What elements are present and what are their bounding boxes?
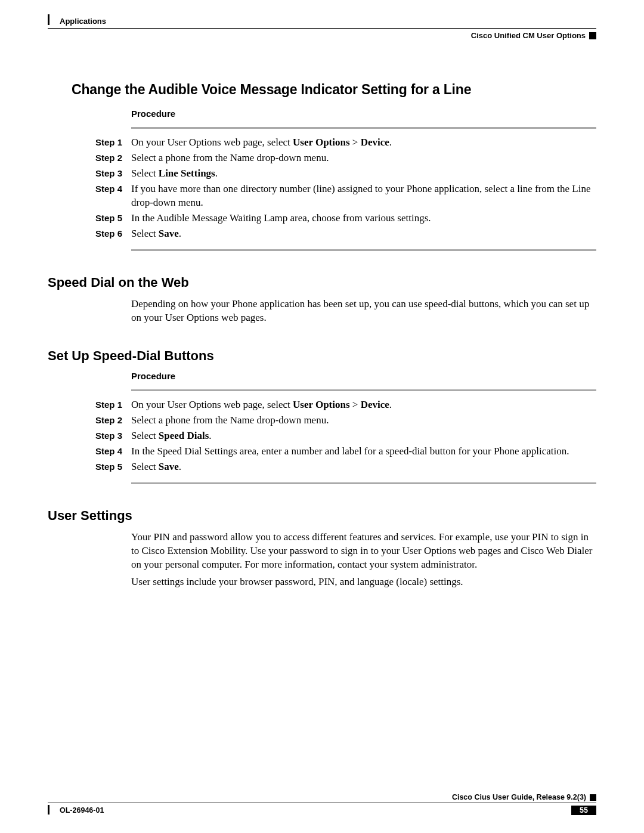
body-paragraph: User settings include your browser passw… xyxy=(131,575,596,589)
step-text-frag: Select xyxy=(131,461,159,472)
step-label: Step 4 xyxy=(95,445,131,457)
step-text-frag: Select xyxy=(131,168,159,179)
step-text: On your User Options web page, select Us… xyxy=(131,398,596,412)
step-text: Select Save. xyxy=(131,460,596,474)
step-row: Step 3 Select Speed Dials. xyxy=(95,429,596,443)
header-chapter: Applications xyxy=(48,17,106,26)
header-section: Cisco Unified CM User Options xyxy=(471,31,586,40)
step-text-frag: . xyxy=(179,228,181,239)
footer-row: OL-26946-01 55 xyxy=(48,806,596,815)
step-text-bold: Device xyxy=(361,399,389,410)
header-marker-icon xyxy=(589,32,596,39)
step-text-frag: > xyxy=(350,137,361,148)
page-header: Applications xyxy=(48,17,596,26)
step-text: Select a phone from the Name drop-down m… xyxy=(131,414,596,428)
page-content: Change the Audible Voice Message Indicat… xyxy=(48,82,596,589)
step-row: Step 5 Select Save. xyxy=(95,460,596,474)
step-row: Step 2 Select a phone from the Name drop… xyxy=(95,414,596,428)
page-footer: Cisco Cius User Guide, Release 9.2(3) OL… xyxy=(48,793,596,815)
step-label: Step 5 xyxy=(95,212,131,224)
step-text-frag: Select xyxy=(131,430,159,441)
step-label: Step 6 xyxy=(95,227,131,240)
step-text-frag: . xyxy=(389,137,392,148)
section-title-user-settings: User Settings xyxy=(48,508,596,524)
procedure-rule-top xyxy=(131,127,596,129)
step-row: Step 3 Select Line Settings. xyxy=(95,167,596,181)
footer-rule xyxy=(48,803,596,803)
step-text: On your User Options web page, select Us… xyxy=(131,136,596,150)
footer-guide-title: Cisco Cius User Guide, Release 9.2(3) xyxy=(452,793,586,801)
step-row: Step 4 In the Speed Dial Settings area, … xyxy=(95,445,596,459)
step-text-frag: . xyxy=(179,461,181,472)
step-row: Step 1 On your User Options web page, se… xyxy=(95,136,596,150)
procedure-label: Procedure xyxy=(131,371,596,381)
footer-doc-id: OL-26946-01 xyxy=(48,806,104,815)
step-label: Step 1 xyxy=(95,398,131,411)
step-row: Step 1 On your User Options web page, se… xyxy=(95,398,596,412)
step-text-frag: On your User Options web page, select xyxy=(131,137,293,148)
step-label: Step 5 xyxy=(95,460,131,473)
procedure-steps-1: Step 1 On your User Options web page, se… xyxy=(95,136,596,241)
procedure-steps-2: Step 1 On your User Options web page, se… xyxy=(95,398,596,474)
procedure-rule-top xyxy=(131,389,596,391)
step-label: Step 2 xyxy=(95,151,131,164)
step-label: Step 2 xyxy=(95,414,131,426)
section-title-speed-dial-web: Speed Dial on the Web xyxy=(48,275,596,290)
step-text: Select Save. xyxy=(131,227,596,241)
step-text: Select a phone from the Name drop-down m… xyxy=(131,151,596,165)
procedure-label: Procedure xyxy=(131,109,596,119)
step-label: Step 4 xyxy=(95,182,131,195)
step-text-frag: Select xyxy=(131,228,159,239)
step-row: Step 4 If you have more than one directo… xyxy=(95,182,596,210)
step-text-bold: Save xyxy=(159,228,179,239)
step-row: Step 6 Select Save. xyxy=(95,227,596,241)
step-text-bold: User Options xyxy=(293,137,350,148)
header-right-wrap: Cisco Unified CM User Options xyxy=(48,31,596,40)
step-text-bold: User Options xyxy=(293,399,350,410)
header-rule xyxy=(48,28,596,29)
step-text-bold: Line Settings xyxy=(159,168,215,179)
step-text: Select Line Settings. xyxy=(131,167,596,181)
procedure-rule-bottom xyxy=(131,249,596,251)
page-number: 55 xyxy=(571,806,596,815)
step-text: In the Speed Dial Settings area, enter a… xyxy=(131,445,596,459)
step-text-bold: Save xyxy=(159,461,179,472)
body-paragraph: Depending on how your Phone application … xyxy=(131,298,596,325)
step-label: Step 1 xyxy=(95,136,131,148)
document-page: Applications Cisco Unified CM User Optio… xyxy=(0,0,644,833)
step-text-frag: . xyxy=(209,430,211,441)
step-text-frag: On your User Options web page, select xyxy=(131,399,293,410)
section-title-audible: Change the Audible Voice Message Indicat… xyxy=(72,82,596,98)
step-row: Step 5 In the Audible Message Waiting La… xyxy=(95,212,596,225)
step-label: Step 3 xyxy=(95,167,131,179)
section-title-setup-speed-dial: Set Up Speed-Dial Buttons xyxy=(48,348,596,364)
step-text: If you have more than one directory numb… xyxy=(131,182,596,210)
step-text-bold: Device xyxy=(361,137,389,148)
step-text-bold: Speed Dials xyxy=(159,430,209,441)
footer-guide-row: Cisco Cius User Guide, Release 9.2(3) xyxy=(48,793,596,801)
step-row: Step 2 Select a phone from the Name drop… xyxy=(95,151,596,165)
body-paragraph: Your PIN and password allow you to acces… xyxy=(131,531,596,572)
step-text: Select Speed Dials. xyxy=(131,429,596,443)
step-text-frag: . xyxy=(215,168,218,179)
procedure-rule-bottom xyxy=(131,482,596,484)
step-text-frag: > xyxy=(350,399,361,410)
footer-marker-icon xyxy=(590,794,596,801)
step-text-frag: . xyxy=(389,399,392,410)
step-label: Step 3 xyxy=(95,429,131,442)
step-text: In the Audible Message Waiting Lamp area… xyxy=(131,212,596,225)
